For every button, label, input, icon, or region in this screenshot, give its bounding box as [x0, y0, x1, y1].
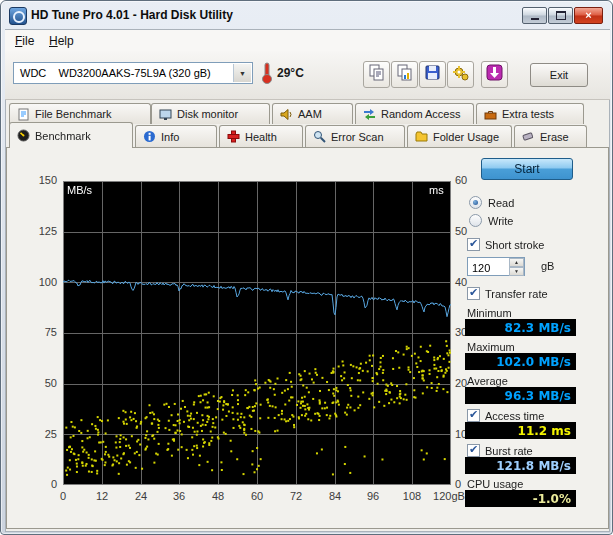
maximize-button[interactable] — [548, 7, 573, 24]
tab-random-access[interactable]: Random Access — [355, 103, 474, 124]
menu-bar — [5, 30, 610, 52]
exit-button[interactable]: Exit — [530, 63, 588, 87]
minimize-button[interactable] — [522, 7, 547, 24]
copy-image-icon — [396, 64, 413, 85]
tab-label: Random Access — [381, 108, 460, 120]
burst-rate-label: Burst rate — [485, 445, 533, 457]
tab-label: Benchmark — [35, 130, 91, 142]
minimum-label: Minimum — [467, 307, 512, 319]
y-left-tick: 0 — [25, 478, 57, 490]
window-title: HD Tune Pro 4.01 - Hard Disk Utility — [31, 8, 233, 22]
tab-label: File Benchmark — [35, 108, 111, 120]
folder-usage-icon — [415, 130, 428, 143]
stepper-down-icon[interactable]: ▼ — [509, 267, 524, 276]
copy-image-button[interactable] — [391, 61, 418, 88]
chevron-down-icon[interactable]: ▼ — [233, 64, 251, 82]
tab-file-benchmark[interactable]: File Benchmark — [9, 103, 151, 124]
y-right-tick: 60 — [455, 174, 483, 186]
x-tick: 12 — [85, 490, 119, 502]
short-stroke-stepper[interactable]: ▲ ▼ — [467, 257, 525, 276]
save-icon — [424, 64, 441, 85]
app-icon — [9, 7, 27, 25]
y-left-tick: 75 — [25, 326, 57, 338]
short-stroke-unit: gB — [541, 260, 554, 272]
minimum-value: 82.3 MB/s — [465, 319, 576, 336]
maximum-value: 102.0 MB/s — [465, 353, 576, 370]
x-tick: 48 — [201, 490, 235, 502]
tab-error-scan[interactable]: Error Scan — [305, 125, 405, 147]
short-stroke-checkbox[interactable] — [467, 238, 480, 251]
tab-disk-monitor[interactable]: Disk monitor — [151, 103, 270, 124]
y-left-tick: 50 — [25, 377, 57, 389]
menu-file[interactable]: File — [11, 33, 38, 49]
tab-health[interactable]: Health — [219, 125, 303, 147]
transfer-rate-checkbox[interactable] — [467, 287, 480, 300]
burst-rate-checkbox[interactable] — [467, 444, 480, 457]
y-left-tick: 125 — [25, 225, 57, 237]
start-button[interactable]: Start — [481, 158, 573, 180]
save-button[interactable] — [419, 61, 446, 88]
gear-icon — [452, 64, 469, 85]
copy-text-button[interactable] — [363, 61, 390, 88]
aam-icon — [280, 108, 293, 121]
read-label: Read — [488, 197, 514, 209]
tab-label: Extra tests — [502, 108, 554, 120]
close-button[interactable]: × — [574, 7, 603, 24]
tab-folder-usage[interactable]: Folder Usage — [407, 125, 512, 147]
thermometer-icon — [260, 61, 274, 89]
x-tick: 36 — [162, 490, 196, 502]
tab-label: AAM — [298, 108, 322, 120]
options-button[interactable] — [447, 61, 474, 88]
write-label: Write — [488, 215, 513, 227]
x-tick: 72 — [279, 490, 313, 502]
y-right-tick: 50 — [455, 225, 483, 237]
x-tick: 24 — [124, 490, 158, 502]
capture-button[interactable] — [481, 61, 508, 88]
benchmark-chart — [63, 181, 451, 485]
short-stroke-input[interactable] — [468, 258, 512, 276]
y-left-tick: 25 — [25, 428, 57, 440]
tab-info[interactable]: Info — [135, 125, 217, 147]
disk-monitor-icon — [159, 108, 172, 121]
y-right-axis-unit: ms — [429, 184, 444, 196]
drive-temperature: 29°C — [277, 66, 304, 80]
info-icon — [143, 130, 156, 143]
tab-benchmark[interactable]: Benchmark — [9, 122, 133, 148]
x-tick: 120gB — [432, 490, 466, 502]
drive-select[interactable]: WDC WD3200AAKS-75L9A (320 gB) ▼ — [13, 62, 253, 84]
tab-label: Error Scan — [331, 131, 384, 143]
y-left-tick: 150 — [25, 174, 57, 186]
tab-extra-tests[interactable]: Extra tests — [476, 103, 584, 124]
titlebar[interactable]: HD Tune Pro 4.01 - Hard Disk Utility × — [1, 1, 612, 29]
tab-label: Info — [161, 131, 179, 143]
tab-label: Folder Usage — [433, 131, 499, 143]
app-window: HD Tune Pro 4.01 - Hard Disk Utility × F… — [0, 0, 613, 535]
access-time-label: Access time — [485, 410, 544, 422]
maximum-label: Maximum — [467, 341, 515, 353]
stepper-up-icon[interactable]: ▲ — [509, 258, 524, 267]
write-radio[interactable] — [469, 214, 482, 227]
maximize-icon — [556, 11, 566, 20]
access-time-checkbox[interactable] — [467, 409, 480, 422]
cpu-usage-label: CPU usage — [467, 478, 523, 490]
file-benchmark-icon — [17, 108, 30, 121]
x-tick: 0 — [46, 490, 80, 502]
drive-select-value: WDC WD3200AAKS-75L9A (320 gB) — [20, 67, 211, 79]
tab-label: Disk monitor — [177, 108, 238, 120]
minimize-icon — [531, 18, 539, 20]
download-arrow-icon — [486, 64, 503, 85]
erase-icon — [522, 130, 535, 143]
menu-help[interactable]: Help — [45, 33, 78, 49]
read-radio[interactable] — [469, 196, 482, 209]
y-left-tick: 100 — [25, 276, 57, 288]
cpu-usage-value: -1.0% — [465, 490, 576, 507]
exit-label: Exit — [550, 69, 568, 81]
access-time-value: 11.2 ms — [465, 422, 576, 439]
x-tick: 96 — [356, 490, 390, 502]
random-access-icon — [363, 108, 376, 121]
x-tick: 108 — [395, 490, 429, 502]
burst-rate-value: 121.8 MB/s — [465, 457, 576, 474]
tab-label: Erase — [540, 131, 569, 143]
tab-aam[interactable]: AAM — [272, 103, 353, 124]
tab-erase[interactable]: Erase — [514, 125, 587, 147]
